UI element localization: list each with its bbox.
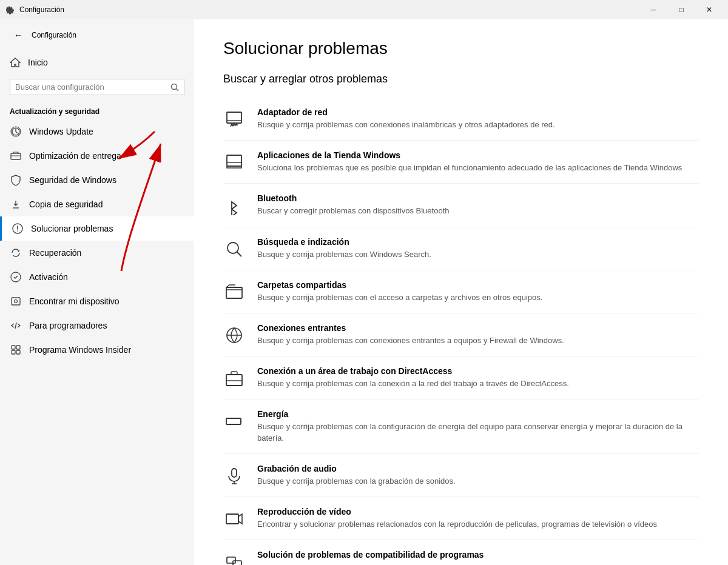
sidebar-item-label-delivery-opt: Optimización de entrega xyxy=(29,151,121,161)
sidebar-item-delivery-opt[interactable]: Optimización de entrega xyxy=(0,144,194,168)
troubleshoot-item-video-playback[interactable]: Reproducción de vídeo Encontrar y soluci… xyxy=(223,497,699,540)
svg-rect-19 xyxy=(226,287,242,298)
item-content-search-indexing: Búsqueda e indización Busque y corrija p… xyxy=(257,237,699,260)
home-label: Inicio xyxy=(28,58,48,67)
troubleshoot-item-directaccess[interactable]: Conexión a un área de trabajo con Direct… xyxy=(223,356,699,400)
troubleshoot-item-bluetooth[interactable]: Bluetooth Buscar y corregir problemas co… xyxy=(223,184,699,227)
item-desc-network-adapter: Busque y corrija problemas con conexione… xyxy=(257,119,699,130)
home-icon xyxy=(10,57,21,68)
item-title-bluetooth: Bluetooth xyxy=(257,193,699,203)
troubleshoot-item-search-indexing[interactable]: Búsqueda e indización Busque y corrija p… xyxy=(223,227,699,270)
item-content-video-playback: Reproducción de vídeo Encontrar y soluci… xyxy=(257,507,699,530)
item-title-compatibility: Solución de problemas de compatibilidad … xyxy=(257,550,699,560)
item-content-shared-folders: Carpetas compartidas Busque y corrija pr… xyxy=(257,280,699,303)
insider-icon xyxy=(10,344,22,356)
sidebar-item-label-recovery: Recuperación xyxy=(29,248,81,258)
sidebar-item-find-device[interactable]: Encontrar mi dispositivo xyxy=(0,289,194,313)
item-desc-video-playback: Encontrar y solucionar problemas relacio… xyxy=(257,519,699,530)
svg-point-17 xyxy=(228,242,238,253)
sidebar-item-windows-security[interactable]: Seguridad de Windows xyxy=(0,168,194,192)
svg-rect-27 xyxy=(226,514,238,524)
close-button[interactable]: ✕ xyxy=(695,0,723,19)
troubleshoot-item-network-adapter[interactable]: Adaptador de red Busque y corrija proble… xyxy=(223,98,699,141)
item-desc-search-indexing: Busque y corrija problemas con Windows S… xyxy=(257,249,699,260)
back-button[interactable]: ← xyxy=(10,27,27,44)
svg-rect-9 xyxy=(16,346,20,349)
bluetooth-icon xyxy=(223,195,245,216)
delivery-icon xyxy=(10,150,22,162)
item-content-bluetooth: Bluetooth Buscar y corregir problemas co… xyxy=(257,193,699,216)
titlebar-controls: ─ □ ✕ xyxy=(639,0,723,19)
sidebar-item-label-troubleshoot: Solucionar problemas xyxy=(31,224,113,233)
item-title-inbound-connections: Conexiones entrantes xyxy=(257,323,699,333)
app-wrapper: ← Configuración Inicio Actualización y s… xyxy=(0,19,728,565)
svg-point-7 xyxy=(15,300,18,303)
page-title: Solucionar problemas xyxy=(223,39,699,58)
troubleshoot-item-audio-recording[interactable]: Grabación de audio Busque y corrija prob… xyxy=(223,454,699,497)
svg-rect-21 xyxy=(226,375,242,386)
find-icon xyxy=(10,295,22,307)
titlebar: Configuración ─ □ ✕ xyxy=(0,0,728,19)
search-box[interactable] xyxy=(10,79,184,95)
item-title-search-indexing: Búsqueda e indización xyxy=(257,237,699,247)
svg-point-0 xyxy=(172,84,177,89)
sidebar-item-label-windows-security: Seguridad de Windows xyxy=(29,175,116,185)
main-panel: Solucionar problemas Buscar y arreglar o… xyxy=(194,19,728,565)
item-content-network-adapter: Adaptador de red Busque y corrija proble… xyxy=(257,107,699,130)
svg-rect-6 xyxy=(12,298,20,305)
section-title: Buscar y arreglar otros problemas xyxy=(223,73,699,85)
svg-rect-10 xyxy=(12,350,15,354)
briefcase-icon xyxy=(223,367,245,389)
item-content-inbound-connections: Conexiones entrantes Busque y corrija pr… xyxy=(257,323,699,346)
item-content-audio-recording: Grabación de audio Busque y corrija prob… xyxy=(257,464,699,487)
troubleshoot-item-windows-store[interactable]: Aplicaciones de la Tienda Windows Soluci… xyxy=(223,141,699,184)
battery-icon xyxy=(223,410,245,432)
sidebar-item-troubleshoot[interactable]: Solucionar problemas xyxy=(0,216,194,241)
svg-rect-15 xyxy=(227,155,241,166)
sidebar-app-title: Configuración xyxy=(32,31,76,39)
connections-icon xyxy=(223,324,245,346)
sidebar-item-activation[interactable]: Activación xyxy=(0,265,194,289)
sidebar: ← Configuración Inicio Actualización y s… xyxy=(0,19,194,565)
svg-rect-28 xyxy=(227,557,235,563)
sidebar-item-label-find-device: Encontrar mi dispositivo xyxy=(29,296,120,306)
troubleshoot-item-power[interactable]: Energía Busque y corrija problemas con l… xyxy=(223,400,699,453)
troubleshoot-item-shared-folders[interactable]: Carpetas compartidas Busque y corrija pr… xyxy=(223,270,699,313)
sidebar-item-for-devs[interactable]: Para programadores xyxy=(0,313,194,338)
recovery-icon xyxy=(10,247,22,259)
item-desc-bluetooth: Buscar y corregir problemas con disposit… xyxy=(257,206,699,216)
update-icon xyxy=(10,125,22,138)
svg-rect-12 xyxy=(227,112,241,123)
sidebar-item-label-windows-update: Windows Update xyxy=(29,127,93,136)
maximize-button[interactable]: □ xyxy=(667,0,695,19)
monitor-network-icon xyxy=(223,109,245,130)
minimize-button[interactable]: ─ xyxy=(639,0,667,19)
search-input[interactable] xyxy=(15,82,167,92)
microphone-icon xyxy=(223,465,245,487)
svg-rect-24 xyxy=(232,469,237,477)
item-title-power: Energía xyxy=(257,409,699,419)
troubleshoot-item-inbound-connections[interactable]: Conexiones entrantes Busque y corrija pr… xyxy=(223,313,699,356)
settings-icon xyxy=(5,5,15,15)
item-content-power: Energía Busque y corrija problemas con l… xyxy=(257,409,699,443)
item-desc-audio-recording: Busque y corrija problemas con la grabac… xyxy=(257,476,699,487)
sidebar-item-home[interactable]: Inicio xyxy=(0,51,194,74)
svg-rect-8 xyxy=(12,346,15,349)
sidebar-item-label-activation: Activación xyxy=(29,272,68,282)
search-circle-icon xyxy=(223,238,245,260)
sidebar-section-label: Actualización y seguridad xyxy=(0,100,194,119)
troubleshoot-icon xyxy=(12,222,24,235)
item-content-directaccess: Conexión a un área de trabajo con Direct… xyxy=(257,366,699,389)
sidebar-item-insider[interactable]: Programa Windows Insider xyxy=(0,338,194,362)
titlebar-title: Configuración xyxy=(19,5,639,14)
item-desc-power: Busque y corrija problemas con la config… xyxy=(257,421,699,443)
troubleshoot-item-compatibility[interactable]: Solución de problemas de compatibilidad … xyxy=(223,540,699,565)
sidebar-item-label-for-devs: Para programadores xyxy=(29,321,107,330)
svg-rect-23 xyxy=(226,418,241,424)
svg-line-18 xyxy=(237,252,242,256)
shared-folders-icon xyxy=(223,281,245,303)
sidebar-item-backup[interactable]: Copia de seguridad xyxy=(0,192,194,216)
sidebar-item-recovery[interactable]: Recuperación xyxy=(0,241,194,265)
store-icon xyxy=(223,152,245,173)
sidebar-item-windows-update[interactable]: Windows Update xyxy=(0,119,194,144)
